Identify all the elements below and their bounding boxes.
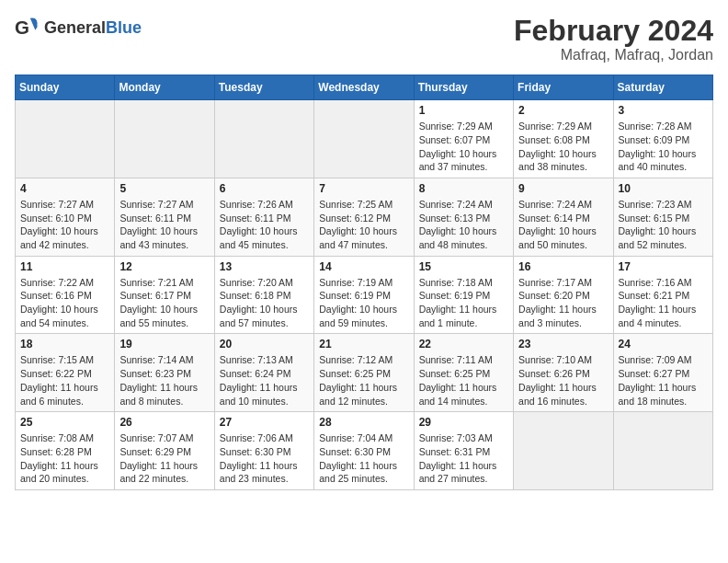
day-number: 25 <box>20 416 109 429</box>
day-detail: Sunrise: 7:11 AM Sunset: 6:25 PM Dayligh… <box>419 353 508 408</box>
day-number: 28 <box>319 416 408 429</box>
calendar-cell: 6Sunrise: 7:26 AM Sunset: 6:11 PM Daylig… <box>214 178 313 256</box>
day-detail: Sunrise: 7:20 AM Sunset: 6:18 PM Dayligh… <box>220 276 309 330</box>
calendar-cell: 27Sunrise: 7:06 AM Sunset: 6:30 PM Dayli… <box>214 412 313 490</box>
calendar-cell <box>16 100 115 178</box>
calendar-cell: 23Sunrise: 7:10 AM Sunset: 6:26 PM Dayli… <box>514 334 613 412</box>
day-detail: Sunrise: 7:03 AM Sunset: 6:31 PM Dayligh… <box>419 431 508 486</box>
day-number: 15 <box>419 260 508 273</box>
weekday-header-friday: Friday <box>514 75 613 100</box>
day-number: 22 <box>419 338 508 350</box>
calendar-cell: 18Sunrise: 7:15 AM Sunset: 6:22 PM Dayli… <box>16 334 115 412</box>
calendar-subtitle: Mafraq, Mafraq, Jordan <box>514 47 713 63</box>
calendar-cell: 15Sunrise: 7:18 AM Sunset: 6:19 PM Dayli… <box>414 256 513 334</box>
calendar-cell: 10Sunrise: 7:23 AM Sunset: 6:15 PM Dayli… <box>613 178 712 256</box>
day-number: 18 <box>20 338 109 350</box>
logo: G GeneralBlue <box>15 15 142 40</box>
day-detail: Sunrise: 7:14 AM Sunset: 6:23 PM Dayligh… <box>119 353 209 408</box>
day-detail: Sunrise: 7:18 AM Sunset: 6:19 PM Dayligh… <box>419 276 508 330</box>
calendar-week-2: 4Sunrise: 7:27 AM Sunset: 6:10 PM Daylig… <box>16 178 713 256</box>
calendar-title: February 2024 <box>514 15 713 47</box>
day-number: 7 <box>319 182 408 195</box>
calendar-cell: 11Sunrise: 7:22 AM Sunset: 6:16 PM Dayli… <box>16 256 115 334</box>
day-detail: Sunrise: 7:09 AM Sunset: 6:27 PM Dayligh… <box>619 353 708 408</box>
day-detail: Sunrise: 7:21 AM Sunset: 6:17 PM Dayligh… <box>119 276 209 330</box>
day-detail: Sunrise: 7:22 AM Sunset: 6:16 PM Dayligh… <box>20 276 109 330</box>
calendar-cell: 13Sunrise: 7:20 AM Sunset: 6:18 PM Dayli… <box>214 256 313 334</box>
calendar-week-3: 11Sunrise: 7:22 AM Sunset: 6:16 PM Dayli… <box>16 256 713 334</box>
calendar-cell <box>314 100 414 178</box>
calendar-cell: 2Sunrise: 7:29 AM Sunset: 6:08 PM Daylig… <box>514 100 613 178</box>
day-number: 10 <box>619 182 708 195</box>
day-detail: Sunrise: 7:27 AM Sunset: 6:10 PM Dayligh… <box>20 198 109 252</box>
calendar-cell: 19Sunrise: 7:14 AM Sunset: 6:23 PM Dayli… <box>115 334 214 412</box>
calendar-cell: 16Sunrise: 7:17 AM Sunset: 6:20 PM Dayli… <box>514 256 613 334</box>
day-number: 5 <box>119 182 209 195</box>
calendar-cell: 26Sunrise: 7:07 AM Sunset: 6:29 PM Dayli… <box>115 412 214 490</box>
day-detail: Sunrise: 7:26 AM Sunset: 6:11 PM Dayligh… <box>220 198 309 252</box>
calendar-week-1: 1Sunrise: 7:29 AM Sunset: 6:07 PM Daylig… <box>16 100 713 178</box>
calendar-header: SundayMondayTuesdayWednesdayThursdayFrid… <box>16 75 713 100</box>
day-detail: Sunrise: 7:04 AM Sunset: 6:30 PM Dayligh… <box>319 431 408 486</box>
day-number: 20 <box>220 338 309 350</box>
calendar-cell: 14Sunrise: 7:19 AM Sunset: 6:19 PM Dayli… <box>314 256 414 334</box>
calendar-cell: 9Sunrise: 7:24 AM Sunset: 6:14 PM Daylig… <box>514 178 613 256</box>
day-number: 16 <box>518 260 608 273</box>
day-number: 13 <box>220 260 309 273</box>
day-number: 12 <box>119 260 209 273</box>
day-detail: Sunrise: 7:28 AM Sunset: 6:09 PM Dayligh… <box>619 120 708 174</box>
day-detail: Sunrise: 7:19 AM Sunset: 6:19 PM Dayligh… <box>319 276 408 330</box>
day-detail: Sunrise: 7:29 AM Sunset: 6:07 PM Dayligh… <box>419 120 508 174</box>
calendar-cell: 20Sunrise: 7:13 AM Sunset: 6:24 PM Dayli… <box>214 334 313 412</box>
day-detail: Sunrise: 7:16 AM Sunset: 6:21 PM Dayligh… <box>619 276 708 330</box>
day-detail: Sunrise: 7:06 AM Sunset: 6:30 PM Dayligh… <box>220 431 309 486</box>
svg-text:G: G <box>15 17 29 38</box>
calendar-cell <box>613 412 712 490</box>
day-detail: Sunrise: 7:13 AM Sunset: 6:24 PM Dayligh… <box>220 353 309 408</box>
day-detail: Sunrise: 7:10 AM Sunset: 6:26 PM Dayligh… <box>518 353 608 408</box>
calendar-cell: 5Sunrise: 7:27 AM Sunset: 6:11 PM Daylig… <box>115 178 214 256</box>
calendar-cell: 21Sunrise: 7:12 AM Sunset: 6:25 PM Dayli… <box>314 334 414 412</box>
day-number: 26 <box>119 416 209 429</box>
calendar-cell: 12Sunrise: 7:21 AM Sunset: 6:17 PM Dayli… <box>115 256 214 334</box>
day-detail: Sunrise: 7:25 AM Sunset: 6:12 PM Dayligh… <box>319 198 408 252</box>
calendar-cell: 17Sunrise: 7:16 AM Sunset: 6:21 PM Dayli… <box>613 256 712 334</box>
calendar-week-5: 25Sunrise: 7:08 AM Sunset: 6:28 PM Dayli… <box>16 412 713 490</box>
calendar-cell: 4Sunrise: 7:27 AM Sunset: 6:10 PM Daylig… <box>16 178 115 256</box>
weekday-header-monday: Monday <box>115 75 214 100</box>
calendar-cell: 1Sunrise: 7:29 AM Sunset: 6:07 PM Daylig… <box>414 100 513 178</box>
day-detail: Sunrise: 7:15 AM Sunset: 6:22 PM Dayligh… <box>20 353 109 408</box>
day-detail: Sunrise: 7:24 AM Sunset: 6:14 PM Dayligh… <box>518 198 608 252</box>
day-detail: Sunrise: 7:24 AM Sunset: 6:13 PM Dayligh… <box>419 198 508 252</box>
page-header: G GeneralBlue February 2024 Mafraq, Mafr… <box>15 15 713 63</box>
day-detail: Sunrise: 7:17 AM Sunset: 6:20 PM Dayligh… <box>518 276 608 330</box>
day-detail: Sunrise: 7:29 AM Sunset: 6:08 PM Dayligh… <box>518 120 608 174</box>
weekday-header-thursday: Thursday <box>414 75 513 100</box>
calendar-cell: 7Sunrise: 7:25 AM Sunset: 6:12 PM Daylig… <box>314 178 414 256</box>
calendar-body: 1Sunrise: 7:29 AM Sunset: 6:07 PM Daylig… <box>16 100 713 490</box>
day-number: 6 <box>220 182 309 195</box>
calendar-cell: 22Sunrise: 7:11 AM Sunset: 6:25 PM Dayli… <box>414 334 513 412</box>
day-detail: Sunrise: 7:12 AM Sunset: 6:25 PM Dayligh… <box>319 353 408 408</box>
day-number: 1 <box>419 104 508 117</box>
calendar-cell: 29Sunrise: 7:03 AM Sunset: 6:31 PM Dayli… <box>414 412 513 490</box>
day-detail: Sunrise: 7:08 AM Sunset: 6:28 PM Dayligh… <box>20 431 109 486</box>
weekday-header-tuesday: Tuesday <box>214 75 313 100</box>
logo-icon: G <box>15 15 40 40</box>
calendar-week-4: 18Sunrise: 7:15 AM Sunset: 6:22 PM Dayli… <box>16 334 713 412</box>
day-number: 2 <box>518 104 608 117</box>
day-number: 4 <box>20 182 109 195</box>
calendar-cell: 28Sunrise: 7:04 AM Sunset: 6:30 PM Dayli… <box>314 412 414 490</box>
day-detail: Sunrise: 7:23 AM Sunset: 6:15 PM Dayligh… <box>619 198 708 252</box>
day-detail: Sunrise: 7:07 AM Sunset: 6:29 PM Dayligh… <box>119 431 209 486</box>
day-number: 17 <box>619 260 708 273</box>
weekday-header-saturday: Saturday <box>613 75 712 100</box>
day-number: 11 <box>20 260 109 273</box>
calendar-cell <box>214 100 313 178</box>
day-number: 8 <box>419 182 508 195</box>
day-number: 3 <box>619 104 708 117</box>
day-number: 14 <box>319 260 408 273</box>
day-detail: Sunrise: 7:27 AM Sunset: 6:11 PM Dayligh… <box>119 198 209 252</box>
calendar-cell: 8Sunrise: 7:24 AM Sunset: 6:13 PM Daylig… <box>414 178 513 256</box>
calendar-table: SundayMondayTuesdayWednesdayThursdayFrid… <box>15 75 713 490</box>
